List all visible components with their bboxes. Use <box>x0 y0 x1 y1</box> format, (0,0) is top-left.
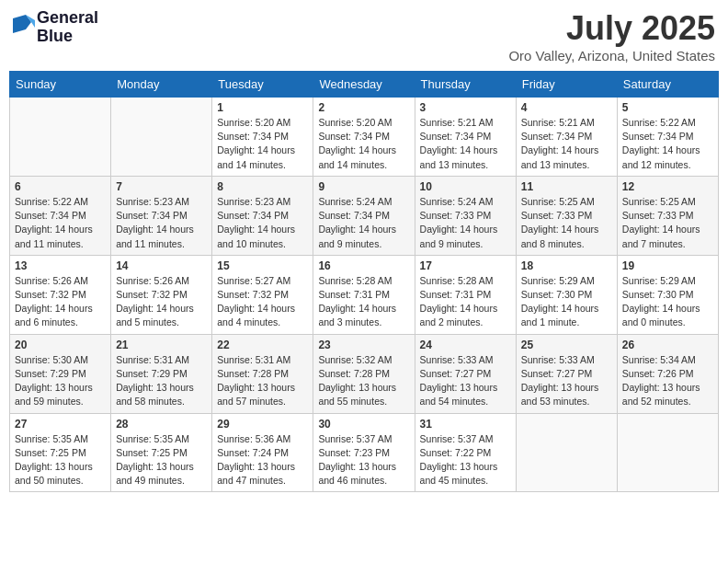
calendar-cell: 16Sunrise: 5:28 AMSunset: 7:31 PMDayligh… <box>313 255 415 334</box>
day-number: 3 <box>420 101 511 114</box>
calendar-cell: 7Sunrise: 5:23 AMSunset: 7:34 PMDaylight… <box>111 176 212 255</box>
day-number: 4 <box>521 101 612 114</box>
logo-line2: Blue <box>37 28 98 46</box>
month-year: July 2025 <box>508 9 715 48</box>
day-number: 5 <box>622 101 713 114</box>
day-info: Sunrise: 5:20 AMSunset: 7:34 PMDaylight:… <box>217 116 308 172</box>
logo-text: General Blue <box>37 9 98 46</box>
calendar-cell: 24Sunrise: 5:33 AMSunset: 7:27 PMDayligh… <box>415 334 516 413</box>
day-info: Sunrise: 5:25 AMSunset: 7:33 PMDaylight:… <box>521 195 612 251</box>
day-number: 11 <box>521 180 612 193</box>
calendar-cell: 6Sunrise: 5:22 AMSunset: 7:34 PMDaylight… <box>10 176 111 255</box>
calendar-cell <box>111 98 212 177</box>
calendar-cell: 19Sunrise: 5:29 AMSunset: 7:30 PMDayligh… <box>617 255 718 334</box>
week-row-3: 13Sunrise: 5:26 AMSunset: 7:32 PMDayligh… <box>10 255 719 334</box>
calendar-cell: 21Sunrise: 5:31 AMSunset: 7:29 PMDayligh… <box>111 334 212 413</box>
day-info: Sunrise: 5:29 AMSunset: 7:30 PMDaylight:… <box>521 274 612 330</box>
day-info: Sunrise: 5:26 AMSunset: 7:32 PMDaylight:… <box>15 274 106 330</box>
day-info: Sunrise: 5:24 AMSunset: 7:34 PMDaylight:… <box>318 195 409 251</box>
day-number: 8 <box>217 180 308 193</box>
day-info: Sunrise: 5:36 AMSunset: 7:24 PMDaylight:… <box>217 432 308 488</box>
day-info: Sunrise: 5:21 AMSunset: 7:34 PMDaylight:… <box>420 116 511 172</box>
calendar-cell: 1Sunrise: 5:20 AMSunset: 7:34 PMDaylight… <box>212 98 313 177</box>
logo-line1: General <box>37 9 98 28</box>
day-info: Sunrise: 5:29 AMSunset: 7:30 PMDaylight:… <box>622 274 713 330</box>
day-number: 29 <box>217 418 308 431</box>
day-number: 27 <box>15 418 106 431</box>
logo: General Blue <box>13 9 98 46</box>
day-number: 25 <box>521 339 612 351</box>
calendar-cell: 22Sunrise: 5:31 AMSunset: 7:28 PMDayligh… <box>212 334 313 413</box>
day-number: 26 <box>622 339 713 351</box>
day-number: 13 <box>15 259 106 272</box>
day-info: Sunrise: 5:34 AMSunset: 7:26 PMDaylight:… <box>622 353 713 409</box>
day-number: 30 <box>318 418 409 431</box>
calendar-cell: 10Sunrise: 5:24 AMSunset: 7:33 PMDayligh… <box>415 176 516 255</box>
day-info: Sunrise: 5:21 AMSunset: 7:34 PMDaylight:… <box>521 116 612 172</box>
calendar-cell: 30Sunrise: 5:37 AMSunset: 7:23 PMDayligh… <box>313 413 415 492</box>
day-number: 24 <box>420 339 511 351</box>
day-info: Sunrise: 5:27 AMSunset: 7:32 PMDaylight:… <box>217 274 308 330</box>
calendar-cell: 9Sunrise: 5:24 AMSunset: 7:34 PMDaylight… <box>313 176 415 255</box>
week-row-2: 6Sunrise: 5:22 AMSunset: 7:34 PMDaylight… <box>10 176 719 255</box>
day-number: 22 <box>217 339 308 351</box>
calendar-cell: 12Sunrise: 5:25 AMSunset: 7:33 PMDayligh… <box>617 176 718 255</box>
calendar-cell: 29Sunrise: 5:36 AMSunset: 7:24 PMDayligh… <box>212 413 313 492</box>
day-info: Sunrise: 5:20 AMSunset: 7:34 PMDaylight:… <box>318 116 409 172</box>
calendar-cell: 18Sunrise: 5:29 AMSunset: 7:30 PMDayligh… <box>516 255 617 334</box>
page-header: General Blue July 2025 Oro Valley, Arizo… <box>9 9 719 63</box>
day-info: Sunrise: 5:31 AMSunset: 7:28 PMDaylight:… <box>217 353 308 409</box>
day-info: Sunrise: 5:35 AMSunset: 7:25 PMDaylight:… <box>15 432 106 488</box>
day-number: 2 <box>318 101 409 114</box>
day-number: 18 <box>521 259 612 272</box>
day-info: Sunrise: 5:32 AMSunset: 7:28 PMDaylight:… <box>318 353 409 409</box>
calendar-cell: 4Sunrise: 5:21 AMSunset: 7:34 PMDaylight… <box>516 98 617 177</box>
day-info: Sunrise: 5:22 AMSunset: 7:34 PMDaylight:… <box>622 116 713 172</box>
day-info: Sunrise: 5:37 AMSunset: 7:22 PMDaylight:… <box>420 432 511 488</box>
day-info: Sunrise: 5:23 AMSunset: 7:34 PMDaylight:… <box>116 195 207 251</box>
calendar-cell: 23Sunrise: 5:32 AMSunset: 7:28 PMDayligh… <box>313 334 415 413</box>
day-number: 19 <box>622 259 713 272</box>
day-number: 9 <box>318 180 409 193</box>
calendar-cell <box>10 98 111 177</box>
calendar-cell <box>516 413 617 492</box>
day-info: Sunrise: 5:37 AMSunset: 7:23 PMDaylight:… <box>318 432 409 488</box>
calendar-cell: 2Sunrise: 5:20 AMSunset: 7:34 PMDaylight… <box>313 98 415 177</box>
day-number: 7 <box>116 180 207 193</box>
weekday-header-row: SundayMondayTuesdayWednesdayThursdayFrid… <box>10 72 719 98</box>
calendar: SundayMondayTuesdayWednesdayThursdayFrid… <box>9 71 719 492</box>
day-number: 6 <box>15 180 106 193</box>
day-info: Sunrise: 5:28 AMSunset: 7:31 PMDaylight:… <box>318 274 409 330</box>
calendar-cell: 27Sunrise: 5:35 AMSunset: 7:25 PMDayligh… <box>10 413 111 492</box>
day-number: 31 <box>420 418 511 431</box>
day-info: Sunrise: 5:22 AMSunset: 7:34 PMDaylight:… <box>15 195 106 251</box>
weekday-header-wednesday: Wednesday <box>313 72 415 98</box>
weekday-header-saturday: Saturday <box>617 72 718 98</box>
calendar-cell: 8Sunrise: 5:23 AMSunset: 7:34 PMDaylight… <box>212 176 313 255</box>
calendar-cell: 25Sunrise: 5:33 AMSunset: 7:27 PMDayligh… <box>516 334 617 413</box>
day-number: 16 <box>318 259 409 272</box>
calendar-cell: 3Sunrise: 5:21 AMSunset: 7:34 PMDaylight… <box>415 98 516 177</box>
weekday-header-friday: Friday <box>516 72 617 98</box>
day-info: Sunrise: 5:35 AMSunset: 7:25 PMDaylight:… <box>116 432 207 488</box>
calendar-cell: 28Sunrise: 5:35 AMSunset: 7:25 PMDayligh… <box>111 413 212 492</box>
calendar-cell: 13Sunrise: 5:26 AMSunset: 7:32 PMDayligh… <box>10 255 111 334</box>
calendar-cell: 11Sunrise: 5:25 AMSunset: 7:33 PMDayligh… <box>516 176 617 255</box>
day-number: 1 <box>217 101 308 114</box>
day-number: 21 <box>116 339 207 351</box>
day-info: Sunrise: 5:26 AMSunset: 7:32 PMDaylight:… <box>116 274 207 330</box>
weekday-header-sunday: Sunday <box>10 72 111 98</box>
day-number: 17 <box>420 259 511 272</box>
calendar-cell: 5Sunrise: 5:22 AMSunset: 7:34 PMDaylight… <box>617 98 718 177</box>
calendar-cell: 17Sunrise: 5:28 AMSunset: 7:31 PMDayligh… <box>415 255 516 334</box>
day-number: 14 <box>116 259 207 272</box>
day-info: Sunrise: 5:33 AMSunset: 7:27 PMDaylight:… <box>521 353 612 409</box>
day-info: Sunrise: 5:33 AMSunset: 7:27 PMDaylight:… <box>420 353 511 409</box>
week-row-1: 1Sunrise: 5:20 AMSunset: 7:34 PMDaylight… <box>10 98 719 177</box>
calendar-cell <box>617 413 718 492</box>
day-info: Sunrise: 5:30 AMSunset: 7:29 PMDaylight:… <box>15 353 106 409</box>
location: Oro Valley, Arizona, United States <box>508 48 715 63</box>
calendar-cell: 31Sunrise: 5:37 AMSunset: 7:22 PMDayligh… <box>415 413 516 492</box>
day-info: Sunrise: 5:28 AMSunset: 7:31 PMDaylight:… <box>420 274 511 330</box>
week-row-4: 20Sunrise: 5:30 AMSunset: 7:29 PMDayligh… <box>10 334 719 413</box>
